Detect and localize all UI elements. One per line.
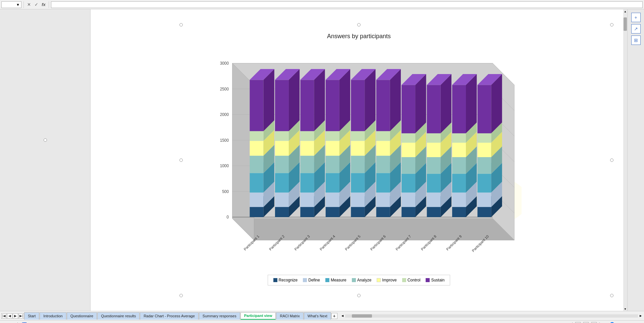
svg-rect-31 (250, 173, 264, 192)
status-bar: Ready ♿ Accessibility: Investigate 🖥 Dis… (0, 320, 644, 323)
scroll-down-btn[interactable]: ▼ (623, 307, 627, 311)
add-sheet-btn[interactable]: + (331, 313, 337, 319)
svg-rect-205 (452, 143, 466, 157)
resize-handle-tl[interactable] (179, 23, 183, 26)
svg-rect-133 (376, 193, 390, 207)
legend-color-analyze (352, 278, 356, 282)
svg-rect-34 (250, 156, 264, 173)
left-panel (0, 9, 91, 311)
bar-participant9 (452, 74, 477, 217)
resize-handle-ml[interactable] (179, 158, 183, 162)
resize-handle-tr[interactable] (610, 23, 613, 26)
h-scroll-thumb[interactable] (352, 314, 372, 318)
tab-raci-matrix[interactable]: RACI Matrix (276, 312, 303, 320)
legend-color-recognize (273, 278, 277, 282)
svg-rect-46 (275, 207, 289, 217)
svg-rect-151 (401, 207, 415, 217)
chart-legend: Recognize Define Measure Analyze Improve (268, 275, 450, 285)
tab-participant-view[interactable]: Participant view (240, 312, 276, 320)
svg-text:3000: 3000 (220, 61, 229, 66)
tab-questionnaire-results[interactable]: Questionnaire results (97, 312, 140, 320)
add-chart-element-btn[interactable]: + (631, 13, 641, 22)
svg-rect-214 (478, 207, 491, 217)
formula-bar: ▼ ✕ ✓ fx (0, 0, 644, 9)
resize-handle-bc[interactable] (357, 294, 361, 297)
svg-rect-220 (478, 174, 491, 193)
svg-rect-64 (275, 80, 289, 131)
tab-nav-last[interactable]: ▶| (18, 313, 24, 319)
tab-radar-chart[interactable]: Radar Chart - Process Average (140, 312, 199, 320)
chart-filter-btn[interactable]: ⊞ (631, 36, 641, 45)
svg-rect-118 (351, 156, 365, 173)
svg-rect-202 (452, 157, 466, 174)
svg-rect-61 (275, 131, 289, 141)
svg-rect-148 (376, 80, 390, 131)
fx-btn[interactable]: fx (41, 2, 47, 8)
svg-rect-79 (300, 141, 314, 156)
svg-rect-70 (300, 193, 314, 207)
svg-rect-115 (351, 173, 365, 192)
svg-marker-65 (289, 69, 300, 131)
svg-rect-181 (427, 157, 441, 174)
tabs-bar: |◀ ◀ ▶ ▶| Start Introduction Questionnai… (0, 311, 644, 320)
chart-area: Answers by participants (91, 9, 627, 311)
svg-rect-142 (376, 141, 390, 156)
svg-rect-25 (250, 207, 264, 217)
name-box[interactable]: ▼ (1, 1, 21, 8)
resize-handle-br[interactable] (610, 294, 613, 297)
legend-sustain: Sustain (426, 278, 444, 282)
bar-participant3 (300, 69, 325, 217)
resize-handle-bl[interactable] (179, 294, 183, 297)
resize-handle-left-top[interactable] (44, 138, 47, 142)
svg-rect-112 (351, 193, 365, 207)
svg-rect-124 (351, 131, 365, 141)
svg-text:1000: 1000 (220, 164, 229, 168)
h-scroll-right[interactable]: ▶ (639, 314, 643, 318)
cancel-formula-btn[interactable]: ✕ (26, 2, 32, 8)
scroll-thumb[interactable] (624, 17, 627, 31)
chart-svg: 3000 2500 2000 1500 1000 500 0 (196, 43, 522, 271)
resize-handle-tc[interactable] (357, 23, 361, 26)
tab-summary-responses[interactable]: Summary responses (199, 312, 240, 320)
bar-participant6 (376, 69, 401, 217)
svg-rect-55 (275, 156, 289, 173)
bar-participant7 (401, 74, 426, 217)
svg-rect-103 (326, 131, 339, 141)
tab-nav-next[interactable]: ▶ (13, 313, 18, 319)
svg-rect-52 (275, 173, 289, 192)
legend-define: Define (303, 278, 320, 282)
h-scroll-container: ◀ ▶ (338, 314, 643, 318)
chart-container: Answers by participants (196, 33, 522, 287)
zoom-slider[interactable] (602, 322, 629, 323)
svg-rect-226 (478, 143, 491, 157)
tab-nav-prev[interactable]: ◀ (7, 313, 12, 319)
scroll-up-btn[interactable]: ▲ (623, 9, 627, 13)
confirm-formula-btn[interactable]: ✓ (33, 2, 39, 8)
tab-questionnaire[interactable]: Questionnaire (67, 312, 97, 320)
svg-rect-82 (300, 131, 314, 141)
svg-rect-166 (401, 133, 415, 143)
tab-whats-next[interactable]: What's Next (304, 312, 331, 320)
svg-rect-139 (376, 156, 390, 173)
tab-introduction[interactable]: Introduction (40, 312, 66, 320)
h-scroll-left[interactable]: ◀ (340, 314, 344, 318)
vertical-scrollbar[interactable]: ▲ ▼ (623, 9, 627, 311)
legend-control: Control (402, 278, 421, 282)
svg-marker-128 (365, 69, 375, 131)
resize-handle-mr[interactable] (610, 158, 613, 162)
legend-color-define (303, 278, 307, 282)
chart-title: Answers by participants (196, 33, 522, 40)
formula-input[interactable] (51, 1, 643, 8)
svg-rect-160 (401, 157, 415, 174)
right-panel: + ↗ ⊞ (627, 9, 644, 311)
bar-participant1 (250, 69, 274, 217)
svg-rect-37 (250, 141, 264, 156)
svg-rect-157 (401, 174, 415, 193)
tab-start[interactable]: Start (24, 312, 39, 320)
svg-rect-178 (427, 174, 441, 193)
tab-nav-first[interactable]: |◀ (1, 313, 7, 319)
h-scrollbar-track[interactable] (345, 314, 638, 318)
chart-styles-btn[interactable]: ↗ (631, 24, 641, 34)
svg-rect-145 (376, 131, 390, 141)
separator (23, 1, 24, 8)
